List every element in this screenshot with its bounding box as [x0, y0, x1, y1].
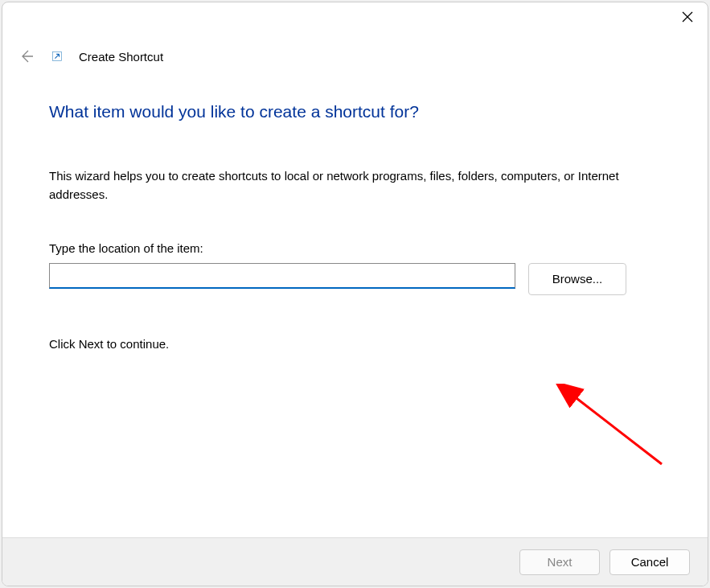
back-arrow-icon	[18, 48, 35, 64]
footer-bar: Next Cancel	[2, 537, 708, 586]
titlebar	[2, 2, 708, 43]
header-row: Create Shortcut	[2, 43, 708, 70]
wizard-description: This wizard helps you to create shortcut…	[49, 167, 661, 204]
browse-button[interactable]: Browse...	[528, 263, 626, 295]
close-button[interactable]	[669, 4, 706, 30]
shortcut-icon	[51, 51, 63, 62]
location-label: Type the location of the item:	[49, 241, 661, 255]
close-icon	[682, 11, 693, 23]
input-row: Browse...	[49, 263, 661, 295]
back-button[interactable]	[18, 48, 35, 64]
next-button[interactable]: Next	[519, 549, 600, 575]
wizard-window: Create Shortcut What item would you like…	[2, 2, 708, 586]
page-heading: What item would you like to create a sho…	[49, 102, 661, 121]
annotation-arrow-icon	[549, 384, 678, 480]
content-area: What item would you like to create a sho…	[2, 70, 708, 537]
continue-hint: Click Next to continue.	[49, 337, 661, 351]
cancel-button[interactable]: Cancel	[609, 549, 690, 575]
location-input[interactable]	[49, 263, 515, 289]
wizard-title: Create Shortcut	[79, 50, 163, 64]
svg-line-4	[573, 396, 662, 464]
